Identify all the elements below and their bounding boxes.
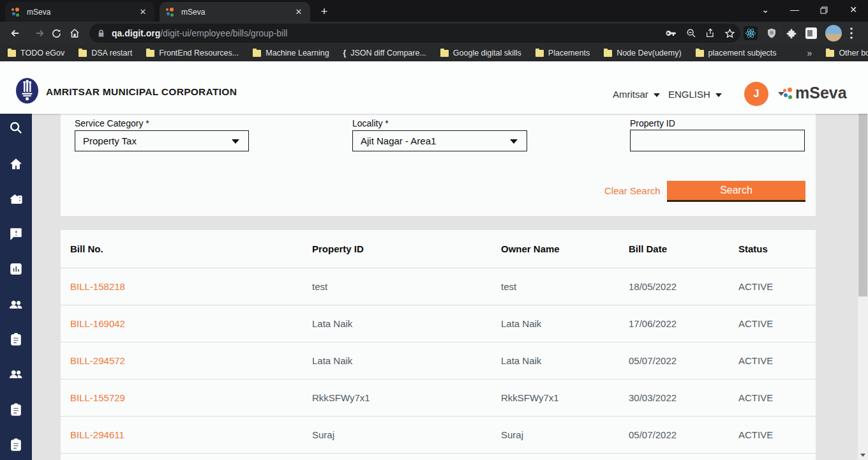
bookmark-item[interactable]: {JSON diff Compare... <box>343 49 426 57</box>
shield-extension-icon[interactable] <box>766 27 777 40</box>
bookmark-folder[interactable]: DSA restart <box>79 49 132 57</box>
folder-icon <box>253 50 261 57</box>
folder-icon <box>826 50 834 57</box>
bill-link[interactable]: BILL-155729 <box>70 392 312 403</box>
cell-owner-name: test <box>501 281 629 292</box>
restore-button[interactable] <box>809 0 839 20</box>
search-icon[interactable] <box>9 121 23 135</box>
cell-bill-date: 30/03/2022 <box>629 392 738 403</box>
complaints-icon[interactable] <box>9 227 23 241</box>
bookmarks-bar: TODO eGov DSA restart FrontEnd Resources… <box>0 45 868 61</box>
bills-clipboard-icon[interactable] <box>9 332 23 346</box>
cell-status: ACTIVE <box>738 392 816 403</box>
documents-clipboard-icon[interactable] <box>9 438 23 452</box>
react-devtools-extension-icon[interactable] <box>744 26 758 40</box>
home-icon[interactable] <box>9 157 23 171</box>
bill-link[interactable]: BILL-158218 <box>70 281 312 292</box>
bookmark-folder[interactable]: Google digital skills <box>440 49 521 57</box>
chevron-down-icon <box>715 93 722 97</box>
other-bookmarks[interactable]: Other bookmarks <box>826 49 868 57</box>
locality-select[interactable]: Ajit Nagar - Area1 <box>352 130 527 151</box>
tab-title: mSeva <box>181 8 294 17</box>
folder-icon <box>696 50 704 57</box>
screenshot-extension-icon[interactable] <box>805 27 817 39</box>
cell-property-id: Lata Naik <box>312 318 501 329</box>
tab-close-icon[interactable]: ✕ <box>138 7 148 17</box>
mseva-favicon <box>166 8 175 17</box>
page-scrollbar[interactable] <box>858 61 868 460</box>
mseva-favicon <box>11 8 20 17</box>
org-name: AMRITSAR MUNICIPAL CORPORATION <box>46 86 237 98</box>
cell-bill-date: 17/06/2022 <box>629 318 738 329</box>
chevron-down-icon <box>510 139 518 144</box>
bill-link[interactable]: BILL-294611 <box>70 429 312 440</box>
url-host: qa.digit.org <box>112 28 160 38</box>
extensions-puzzle-icon[interactable] <box>786 27 797 39</box>
table-row: BILL-155729 RkkSFWy7x1 RkkSFWy7x1 30/03/… <box>61 379 816 417</box>
browser-tab-2-active[interactable]: mSeva ✕ <box>160 2 310 22</box>
bookmark-folder[interactable]: Node Dev(udemy) <box>604 49 681 57</box>
zoom-icon[interactable] <box>686 28 696 38</box>
cell-owner-name: Suraj <box>501 429 629 440</box>
service-category-select[interactable]: Property Tax <box>75 130 249 151</box>
bookmark-folder[interactable]: Placements <box>535 49 590 57</box>
cell-property-id: Suraj <box>312 429 501 440</box>
share-icon[interactable] <box>705 28 715 38</box>
browser-titlebar: mSeva ✕ mSeva ✕ + ⌄ — ✕ <box>0 0 868 22</box>
address-bar[interactable]: qa.digit.org/digit-ui/employee/bills/gro… <box>89 24 740 43</box>
chevron-down-icon <box>232 139 239 144</box>
employees-icon[interactable] <box>9 367 23 381</box>
cell-owner-name: Lata Naik <box>501 355 629 366</box>
cell-status: ACTIVE <box>738 429 816 440</box>
reload-icon[interactable] <box>47 24 65 42</box>
property-home-icon[interactable] <box>9 192 23 206</box>
user-avatar[interactable]: J <box>744 82 768 106</box>
home-icon[interactable] <box>66 24 84 42</box>
bookmark-folder[interactable]: placement subjects <box>696 49 777 57</box>
bookmarks-overflow-chevron[interactable]: » <box>807 48 812 58</box>
language-dropdown[interactable]: ENGLISH <box>668 89 722 100</box>
tasks-clipboard-icon[interactable] <box>9 402 23 417</box>
cell-property-id: test <box>312 281 501 292</box>
clear-search-link[interactable]: Clear Search <box>604 185 661 196</box>
col-status: Status <box>738 243 816 254</box>
minimize-button[interactable]: — <box>780 0 809 20</box>
bookmark-folder[interactable]: FrontEnd Resources... <box>146 49 239 57</box>
table-row: BILL-158218 test test 18/05/2022 ACTIVE <box>61 268 816 305</box>
city-dropdown[interactable]: Amritsar <box>613 89 660 100</box>
new-tab-button[interactable]: + <box>317 4 332 20</box>
service-category-label: Service Category * <box>75 118 149 128</box>
browser-menu-kebab-icon[interactable] <box>850 27 853 39</box>
scrollbar-thumb[interactable] <box>858 107 867 296</box>
bookmark-folder[interactable]: Machine Learning <box>253 49 329 57</box>
search-button[interactable]: Search <box>667 181 805 202</box>
mseva-dots-icon <box>783 88 793 99</box>
close-window-button[interactable]: ✕ <box>839 0 868 20</box>
folder-icon <box>79 50 87 57</box>
browser-tab-1[interactable]: mSeva ✕ <box>5 2 154 22</box>
locality-label: Locality * <box>352 118 389 128</box>
table-header-row: Bill No. Property ID Owner Name Bill Dat… <box>61 230 816 268</box>
bill-link[interactable]: BILL-294572 <box>70 355 312 366</box>
reports-chart-icon[interactable] <box>9 262 23 276</box>
password-key-icon[interactable] <box>665 29 677 37</box>
group-bill-search-card: Service Category * Property Tax Locality… <box>61 114 816 216</box>
scroll-down-arrow-icon[interactable] <box>860 454 865 457</box>
property-id-input[interactable] <box>630 130 805 151</box>
bill-link[interactable]: BILL-169042 <box>70 318 312 329</box>
tab-close-icon[interactable]: ✕ <box>294 7 304 17</box>
users-icon[interactable] <box>9 297 23 311</box>
tab-search-chevron-icon[interactable]: ⌄ <box>751 0 780 20</box>
table-row: BILL-294572 Lata Naik Lata Naik 05/07/20… <box>61 342 816 379</box>
back-icon[interactable] <box>6 24 24 42</box>
bills-table-card: Bill No. Property ID Owner Name Bill Dat… <box>61 230 816 460</box>
cell-status: ACTIVE <box>738 281 816 292</box>
bookmark-star-icon[interactable] <box>724 28 735 39</box>
forward-icon[interactable] <box>31 24 49 42</box>
cell-owner-name: RkkSFWy7x1 <box>501 392 629 403</box>
bookmark-folder[interactable]: TODO eGov <box>8 49 64 57</box>
profile-avatar[interactable] <box>825 25 842 42</box>
cell-bill-date: 05/07/2022 <box>629 429 738 440</box>
url-path: /digit-ui/employee/bills/group-bill <box>160 28 287 38</box>
col-property-id: Property ID <box>312 243 501 254</box>
